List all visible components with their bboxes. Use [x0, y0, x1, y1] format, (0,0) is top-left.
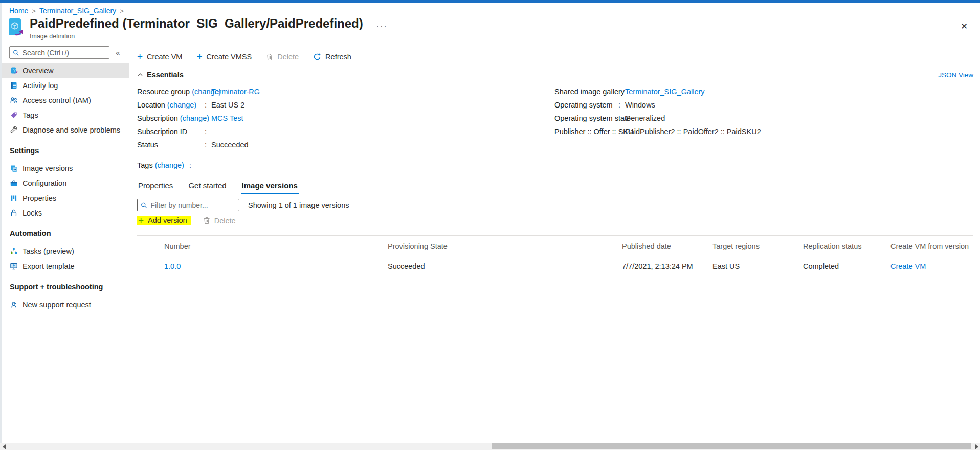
essentials-panel: Resource group (change):Terminator-RG Lo…: [137, 85, 973, 152]
collapse-sidebar-icon[interactable]: «: [116, 48, 120, 57]
diagnose-wrench-icon: [10, 126, 18, 134]
scroll-right-arrow-icon[interactable]: [975, 444, 978, 449]
tab-image-versions[interactable]: Image versions: [241, 180, 299, 194]
sidebar-search-box[interactable]: [9, 46, 109, 59]
filter-row: Showing 1 of 1 image versions: [137, 199, 973, 211]
sidebar-item-properties[interactable]: Properties: [2, 190, 129, 205]
sidebar-item-new-support-request[interactable]: New support request: [2, 297, 129, 312]
status-value: Succeeded: [211, 141, 249, 149]
filter-by-number-input[interactable]: [151, 201, 236, 209]
tags-change-link[interactable]: (change): [155, 161, 184, 169]
subscription-link[interactable]: MCS Test: [211, 114, 243, 122]
locks-icon: [10, 209, 18, 217]
plus-icon: +: [196, 53, 202, 61]
page-subtitle: Image definition: [30, 33, 363, 40]
colon: :: [618, 127, 620, 136]
horizontal-scrollbar[interactable]: [0, 443, 980, 450]
image-definition-icon: [8, 18, 24, 37]
sidebar-item-overview[interactable]: Overview: [2, 63, 129, 78]
title-block: PaidPredefined (Terminator_SIG_Gallery/P…: [30, 16, 363, 40]
target-regions-cell: East US: [712, 262, 803, 270]
essentials-title[interactable]: Essentials: [147, 71, 184, 79]
sidebar-item-configuration[interactable]: Configuration: [2, 176, 129, 190]
breadcrumb-home[interactable]: Home: [9, 7, 28, 15]
sidebar-item-activity-log[interactable]: Activity log: [2, 78, 129, 93]
properties-icon: [10, 194, 18, 202]
add-version-button[interactable]: + Add version: [137, 216, 191, 225]
column-header-create-vm[interactable]: Create VM from version: [890, 242, 973, 250]
image-versions-icon: [10, 164, 18, 173]
resource-menu-sidebar: « Overview Activity log Access control (…: [2, 44, 129, 443]
create-vmss-label: Create VMSS: [207, 53, 252, 61]
sidebar-item-tasks[interactable]: Tasks (preview): [2, 244, 129, 259]
create-vm-from-version-link[interactable]: Create VM: [890, 262, 926, 270]
sidebar-item-label: Diagnose and solve problems: [23, 126, 120, 134]
close-blade-icon[interactable]: ✕: [959, 21, 970, 32]
column-header-provisioning-state[interactable]: Provisioning State: [388, 242, 622, 250]
essentials-row-status: Status:Succeeded: [137, 138, 554, 152]
location-value: East US 2: [211, 101, 244, 109]
sidebar-search-input[interactable]: [23, 49, 106, 57]
delete-version-button: Delete: [203, 217, 236, 225]
colon: :: [205, 101, 207, 109]
column-header-target-regions[interactable]: Target regions: [712, 242, 803, 250]
sidebar-item-locks[interactable]: Locks: [2, 205, 129, 220]
field-label: Shared image gallery: [554, 85, 625, 98]
essentials-row-operating-system: Operating system:Windows: [554, 98, 973, 112]
colon: :: [205, 127, 207, 136]
support-request-icon: [10, 301, 18, 309]
delete-label: Delete: [277, 53, 299, 61]
showing-count-text: Showing 1 of 1 image versions: [248, 201, 349, 209]
published-date-cell: 7/7/2021, 2:13:24 PM: [622, 262, 712, 270]
chevron-up-icon[interactable]: [137, 72, 143, 78]
essentials-row-subscription: Subscription (change):MCS Test: [137, 112, 554, 125]
essentials-row-shared-image-gallery: Shared image gallery:Terminator_SIG_Gall…: [554, 85, 973, 98]
change-link[interactable]: (change): [167, 101, 196, 109]
sidebar-item-diagnose[interactable]: Diagnose and solve problems: [2, 122, 129, 137]
sidebar-section-settings: Settings Image versions Configuration: [2, 144, 129, 220]
field-label: Operating system: [554, 98, 613, 112]
version-number-link[interactable]: 1.0.0: [164, 262, 181, 270]
column-header-number[interactable]: Number: [137, 242, 388, 250]
breadcrumb-separator-icon: >: [120, 7, 124, 15]
field-label: Publisher :: Offer :: SKU: [554, 125, 633, 138]
access-control-icon: [10, 96, 18, 104]
operating-system-value: Windows: [625, 101, 655, 109]
column-header-replication-status[interactable]: Replication status: [803, 242, 890, 250]
filter-box[interactable]: [137, 199, 239, 211]
sidebar-item-image-versions[interactable]: Image versions: [2, 161, 129, 176]
replication-status-cell: Completed: [803, 262, 890, 270]
shared-image-gallery-link[interactable]: Terminator_SIG_Gallery: [625, 88, 705, 96]
create-vmss-button[interactable]: + Create VMSS: [196, 53, 252, 61]
sidebar-item-label: New support request: [23, 301, 91, 309]
essentials-row-publisher-offer-sku: Publisher :: Offer :: SKU:PaidPublisher2…: [554, 125, 973, 138]
tab-properties[interactable]: Properties: [137, 180, 174, 194]
add-version-label: Add version: [148, 216, 187, 224]
essentials-row-os-state: Operating system state:Generalized: [554, 112, 973, 125]
sidebar-item-tags[interactable]: Tags: [2, 108, 129, 122]
json-view-link[interactable]: JSON View: [938, 71, 973, 79]
sidebar-item-export-template[interactable]: Export template: [2, 259, 129, 273]
breadcrumb-gallery[interactable]: Terminator_SIG_Gallery: [39, 7, 116, 15]
resource-group-link[interactable]: Terminator-RG: [211, 88, 260, 96]
refresh-label: Refresh: [325, 53, 351, 61]
delete-button: Delete: [266, 53, 299, 61]
column-header-published-date[interactable]: Published date: [622, 242, 712, 250]
scroll-left-arrow-icon[interactable]: [3, 444, 6, 449]
tags-icon: [10, 111, 18, 119]
essentials-header: Essentials JSON View: [137, 69, 973, 80]
sidebar-item-access-control[interactable]: Access control (IAM): [2, 93, 129, 108]
scrollbar-thumb[interactable]: [492, 443, 971, 449]
page-header: Home>Terminator_SIG_Gallery> PaidPredefi…: [2, 3, 980, 44]
colon: :: [618, 101, 620, 109]
sidebar-item-label: Overview: [23, 67, 53, 75]
create-vm-button[interactable]: + Create VM: [137, 53, 182, 61]
table-header-row: Number Provisioning State Published date…: [137, 235, 973, 256]
sidebar-section-header: Support + troubleshooting: [2, 280, 129, 292]
tab-get-started[interactable]: Get started: [187, 180, 227, 194]
tags-label: Tags: [137, 160, 153, 171]
tab-bar: Properties Get started Image versions: [137, 180, 973, 195]
colon: :: [618, 114, 620, 122]
more-options-icon[interactable]: ···: [376, 22, 388, 31]
refresh-button[interactable]: Refresh: [313, 53, 351, 61]
